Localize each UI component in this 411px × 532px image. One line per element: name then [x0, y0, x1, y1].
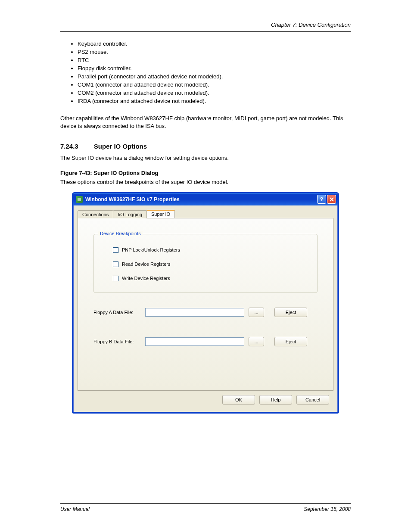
floppy-b-eject-button[interactable]: Eject: [274, 337, 307, 346]
dialog-title: Winbond W83627HF SIO #7 Properties: [85, 196, 316, 202]
floppy-b-row: Floppy B Data File: ... Eject: [93, 337, 318, 346]
device-breakpoints-group: Device Breakpoints PNP Lock/Unlock Regis…: [93, 234, 318, 293]
tab-io-logging[interactable]: I/O Logging: [113, 210, 147, 218]
checkbox-label: Write Device Registers: [122, 276, 170, 281]
checkbox-label: PNP Lock/Unlock Registers: [122, 247, 180, 252]
list-item: Parallel port (connector and attached de…: [78, 73, 351, 80]
feature-list: Keyboard controller. PS2 mouse. RTC Flop…: [78, 40, 351, 104]
section-title: Super IO Options: [94, 143, 147, 150]
header-rule: [60, 31, 351, 32]
close-icon[interactable]: [327, 195, 336, 204]
list-item: RTC: [78, 57, 351, 63]
paragraph: The Super IO device has a dialog window …: [60, 154, 351, 162]
help-button[interactable]: Help: [259, 395, 292, 404]
list-item: COM1 (connector and attached device not …: [78, 81, 351, 88]
figure-caption: Figure 7-43: Super IO Options Dialog: [60, 170, 351, 176]
write-registers-checkbox[interactable]: [113, 276, 118, 281]
floppy-b-label: Floppy B Data File:: [93, 339, 145, 344]
floppy-b-browse-button[interactable]: ...: [249, 337, 264, 346]
titlebar[interactable]: Winbond W83627HF SIO #7 Properties ?: [73, 193, 338, 205]
dialog-button-row: OK Help Cancel: [78, 391, 333, 409]
app-icon: [76, 196, 83, 203]
pnp-lock-checkbox[interactable]: [113, 247, 118, 253]
tab-strip: Connections I/O Logging Super IO: [78, 210, 333, 218]
floppy-a-browse-button[interactable]: ...: [249, 308, 264, 317]
tab-super-io[interactable]: Super IO: [146, 210, 175, 218]
page-footer: User Manual September 15, 2008: [60, 503, 351, 512]
paragraph: Other capabilities of the Winbond W83627…: [60, 115, 351, 130]
tab-connections[interactable]: Connections: [78, 210, 113, 218]
footer-right: September 15, 2008: [304, 506, 351, 512]
help-icon[interactable]: ?: [317, 195, 326, 204]
floppy-a-label: Floppy A Data File:: [93, 310, 145, 315]
floppy-a-row: Floppy A Data File: ... Eject: [93, 308, 318, 317]
list-item: Keyboard controller.: [78, 40, 351, 47]
checkbox-label: Read Device Registers: [122, 261, 171, 267]
chapter-header: Chapter 7: Device Configuration: [60, 22, 351, 28]
svg-rect-0: [78, 198, 81, 201]
tab-panel: Device Breakpoints PNP Lock/Unlock Regis…: [78, 218, 333, 391]
figure-subcaption: These options control the breakpoints of…: [60, 179, 351, 185]
list-item: COM2 (connector and attached device not …: [78, 90, 351, 96]
section-number: 7.24.3: [60, 143, 78, 150]
list-item: Floppy disk controller.: [78, 65, 351, 72]
floppy-a-eject-button[interactable]: Eject: [274, 308, 307, 317]
footer-left: User Manual: [60, 506, 90, 512]
floppy-b-input[interactable]: [145, 337, 244, 346]
floppy-a-input[interactable]: [145, 308, 244, 317]
groupbox-title: Device Breakpoints: [98, 231, 143, 236]
section-heading: 7.24.3Super IO Options: [60, 143, 351, 150]
list-item: IRDA (connector and attached device not …: [78, 98, 351, 104]
properties-dialog: Winbond W83627HF SIO #7 Properties ? Con…: [72, 192, 339, 414]
list-item: PS2 mouse.: [78, 49, 351, 55]
ok-button[interactable]: OK: [222, 395, 255, 404]
cancel-button[interactable]: Cancel: [296, 395, 329, 404]
read-registers-checkbox[interactable]: [113, 261, 118, 267]
